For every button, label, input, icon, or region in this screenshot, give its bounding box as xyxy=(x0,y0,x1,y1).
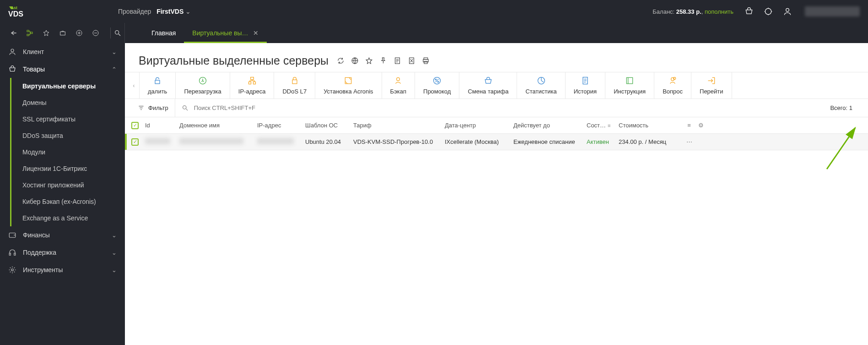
col-id[interactable]: Id xyxy=(145,122,179,129)
nav-group-tools[interactable]: Инструменты ⌄ xyxy=(0,261,125,279)
headset-icon xyxy=(8,248,16,257)
pin-icon[interactable] xyxy=(379,57,387,65)
col-menu-icon[interactable]: ≡ xyxy=(683,122,695,129)
tool-goto[interactable]: Перейти xyxy=(691,72,732,99)
search-box[interactable] xyxy=(175,104,830,112)
sidebar-item-exchange[interactable]: Exchange as a Service xyxy=(11,210,125,226)
star-icon[interactable] xyxy=(365,57,373,65)
svg-rect-14 xyxy=(14,253,16,256)
back-icon[interactable] xyxy=(9,29,17,37)
nav-label: Товары xyxy=(23,66,45,73)
tool-history[interactable]: История xyxy=(566,72,605,99)
star-icon[interactable] xyxy=(42,29,50,37)
cell-ip-redacted xyxy=(257,138,294,144)
tab-vds[interactable]: Виртуальные вы… ✕ xyxy=(184,23,266,43)
tool-acronis[interactable]: Установка Acronis xyxy=(315,72,382,99)
svg-rect-22 xyxy=(155,80,160,84)
shield-icon xyxy=(290,76,299,85)
network-icon xyxy=(248,76,257,85)
svg-point-11 xyxy=(11,49,14,52)
tab-label: Главная xyxy=(151,29,176,37)
col-settings-icon[interactable]: ⚙ xyxy=(695,122,706,129)
svg-point-2 xyxy=(765,8,771,14)
print-icon[interactable] xyxy=(422,57,430,65)
sort-icon: ≡ xyxy=(608,123,610,128)
cell-tariff: VDS-KVM-SSD-Прогрев-10.0 xyxy=(353,138,445,145)
table-row[interactable]: ✓ Ubuntu 20.04 VDS-KVM-SSD-Прогрев-10.0 … xyxy=(125,134,868,150)
top-header: VDSst Провайдер FirstVDS ⌄ Баланс: 258.3… xyxy=(0,0,868,23)
user-icon[interactable] xyxy=(783,7,792,16)
nav-group-products[interactable]: Товары ⌃ xyxy=(0,60,125,78)
nav-label: Клиент xyxy=(23,48,44,55)
tab-main[interactable]: Главная xyxy=(143,23,184,43)
sidebar-item-ddos[interactable]: DDoS защита xyxy=(11,127,125,144)
filter-bar: Фильтр Всего: 1 xyxy=(125,99,868,117)
action-toolbar: ‹ далить Перезагрузка IP-адреса DDoS L7 … xyxy=(125,72,868,99)
chevron-down-icon: ⌄ xyxy=(185,8,191,15)
balance-block: Баланс: 258.33 р., пополнить xyxy=(652,8,733,15)
search-input[interactable] xyxy=(193,104,340,112)
tool-delete[interactable]: далить xyxy=(140,72,176,99)
svg-point-3 xyxy=(786,8,789,11)
col-status[interactable]: Сост…≡ xyxy=(587,122,619,129)
svg-rect-24 xyxy=(250,77,253,80)
nav-label: Инструменты xyxy=(23,266,63,274)
close-icon[interactable]: ✕ xyxy=(253,29,259,37)
tool-reboot[interactable]: Перезагрузка xyxy=(176,72,230,99)
sidebar-item-acronis[interactable]: Кибер Бэкап (ex-Acronis) xyxy=(11,193,125,210)
sidebar-item-hosting[interactable]: Хостинг приложений xyxy=(11,177,125,193)
select-all-checkbox[interactable]: ✓ xyxy=(131,122,139,129)
toolbar-scroll-left[interactable]: ‹ xyxy=(129,72,140,99)
col-ip[interactable]: IP-адрес xyxy=(257,122,305,129)
sidebar-item-modules[interactable]: Модули xyxy=(11,144,125,160)
nav-group-client[interactable]: Клиент ⌄ xyxy=(0,43,125,60)
tool-tariff[interactable]: Смена тарифа xyxy=(459,72,517,99)
export-icon[interactable] xyxy=(408,57,415,65)
search-icon[interactable] xyxy=(113,29,122,37)
provider-selector[interactable]: Провайдер FirstVDS ⌄ xyxy=(118,8,191,15)
tool-question[interactable]: Вопрос xyxy=(654,72,691,99)
col-price[interactable]: Стоимость xyxy=(619,122,683,129)
col-valid[interactable]: Действует до xyxy=(513,122,587,129)
topup-link[interactable]: пополнить xyxy=(705,8,733,15)
briefcase-icon[interactable] xyxy=(59,29,67,37)
chevron-down-icon: ⌄ xyxy=(112,232,117,239)
tool-promo[interactable]: Промокод xyxy=(415,72,459,99)
tool-ddos[interactable]: DDoS L7 xyxy=(274,72,315,99)
row-menu-icon[interactable]: ⋯ xyxy=(683,138,695,145)
sidebar-item-vds[interactable]: Виртуальные серверы xyxy=(11,78,125,94)
minus-circle-icon[interactable] xyxy=(92,29,100,37)
svg-rect-25 xyxy=(248,82,251,84)
nav-group-support[interactable]: Поддержка ⌄ xyxy=(0,244,125,261)
refresh-icon[interactable] xyxy=(337,57,345,65)
plus-circle-icon[interactable] xyxy=(75,29,83,37)
sidebar-item-ssl[interactable]: SSL сертификаты xyxy=(11,111,125,127)
svg-rect-26 xyxy=(253,82,255,84)
sidebar: Клиент ⌄ Товары ⌃ Виртуальные серверы До… xyxy=(0,43,125,345)
svg-point-29 xyxy=(397,77,400,81)
row-checkbox[interactable]: ✓ xyxy=(131,138,139,146)
globe-icon[interactable] xyxy=(351,57,359,65)
cart-icon[interactable] xyxy=(744,7,754,16)
col-domain[interactable]: Доменное имя xyxy=(179,122,257,129)
nav-group-finance[interactable]: Финансы ⌄ xyxy=(0,226,125,244)
filter-button[interactable]: Фильтр xyxy=(131,99,175,117)
tool-backup[interactable]: Бэкап xyxy=(382,72,415,99)
support-icon[interactable] xyxy=(764,7,773,16)
col-tariff[interactable]: Тариф xyxy=(353,122,445,129)
cell-id-redacted xyxy=(145,138,170,144)
cell-valid: Ежедневное списание xyxy=(513,138,587,145)
svg-rect-7 xyxy=(60,32,65,35)
logo[interactable]: VDSst xyxy=(8,5,118,18)
svg-point-31 xyxy=(435,79,437,80)
col-template[interactable]: Шаблон ОС xyxy=(305,122,353,129)
sidebar-item-bitrix[interactable]: Лицензии 1С-Битрикс xyxy=(11,160,125,177)
backup-icon xyxy=(394,76,403,85)
tool-stats[interactable]: Статистика xyxy=(517,72,565,99)
tree-icon[interactable] xyxy=(26,29,34,37)
sidebar-item-domains[interactable]: Домены xyxy=(11,94,125,111)
tool-manual[interactable]: Инструкция xyxy=(605,72,654,99)
report-icon[interactable] xyxy=(394,57,401,65)
col-datacenter[interactable]: Дата-центр xyxy=(445,122,513,129)
tool-ip[interactable]: IP-адреса xyxy=(230,72,275,99)
